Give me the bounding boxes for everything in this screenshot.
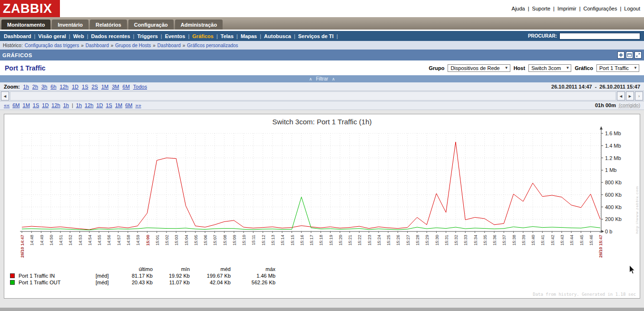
period-end[interactable]: 26.10.2011 15:47 <box>599 84 640 90</box>
zoom-option-1d[interactable]: 1D <box>72 84 78 90</box>
svg-text:15:26: 15:26 <box>396 235 400 246</box>
shift-fwd-6m[interactable]: 6M <box>125 102 132 108</box>
zoom-row: Zoom: 1h 2h 3h 6h 12h 1D 1S 2S 1M 3M 6M … <box>0 82 644 90</box>
sub-nav-item-triggers[interactable]: Triggers <box>137 33 157 39</box>
shift-back-1m[interactable]: 1M <box>23 102 30 108</box>
history-link-3[interactable]: Grupos de Hosts <box>115 43 151 48</box>
chevron-down-icon: ▼ <box>634 66 637 70</box>
svg-text:26/10 15:47: 26/10 15:47 <box>598 235 603 258</box>
history-link-2[interactable]: Dashboard <box>86 43 109 48</box>
arrow-left-icon: ◄ <box>3 94 7 99</box>
zoom-option-1h[interactable]: 1h <box>23 84 29 90</box>
search-input[interactable] <box>559 33 640 40</box>
zoom-option-2h[interactable]: 2h <box>32 84 38 90</box>
sub-nav-item-visao-geral[interactable]: Visão geral <box>38 33 66 39</box>
fixed-period-link[interactable]: (corrigido) <box>619 103 640 108</box>
graph-select[interactable]: Port 1 Traffic ▼ <box>596 64 639 72</box>
shift-fwd-1m[interactable]: 1M <box>115 102 122 108</box>
link-configuracoes[interactable]: Configurações <box>584 6 617 11</box>
sub-nav-item-autobusca[interactable]: Autobusca <box>264 33 291 39</box>
host-select[interactable]: Switch 3com ▼ <box>528 64 571 72</box>
window-icon[interactable] <box>626 51 633 59</box>
legend-out-max: 562.26 Kb <box>232 279 276 286</box>
tab-administracao[interactable]: Administração <box>175 20 223 30</box>
scrollbar-left-button[interactable]: ◄ <box>1 91 9 100</box>
svg-text:15:21: 15:21 <box>348 235 352 246</box>
tab-relatorios[interactable]: Relatórios <box>90 20 127 30</box>
history-link-5[interactable]: Gráficos personalizados <box>187 43 238 48</box>
tab-monitoramento[interactable]: Monitoramento <box>1 20 50 30</box>
sub-nav-item-telas[interactable]: Telas <box>221 33 234 39</box>
zoom-option-3h[interactable]: 3h <box>41 84 47 90</box>
zoom-option-todos[interactable]: Todos <box>133 84 147 90</box>
svg-text:15:28: 15:28 <box>415 235 420 246</box>
sub-nav-item-mapas[interactable]: Mapas <box>241 33 257 39</box>
svg-text:15:23: 15:23 <box>367 235 372 246</box>
period-start[interactable]: 26.10.2011 14:47 <box>551 84 592 90</box>
zoom-option-12h[interactable]: 12h <box>60 84 68 90</box>
shift-fwd-1s[interactable]: 1S <box>106 102 112 108</box>
shift-back-1h[interactable]: 1h <box>63 102 69 108</box>
sub-nav-item-dados-recentes[interactable]: Dados recentes <box>91 33 130 39</box>
filter-toggle-bar[interactable]: ∧ Filtrar ∧ <box>0 75 644 82</box>
sub-nav-item-graficos[interactable]: Gráficos <box>192 33 214 39</box>
shift-prev-all[interactable]: «« <box>4 102 10 108</box>
generation-note: Data from history. Generated in 1.18 sec <box>533 292 636 297</box>
zoom-option-6h[interactable]: 6h <box>50 84 56 90</box>
shift-next-all[interactable]: »» <box>136 102 141 108</box>
shift-fwd-12h[interactable]: 12h <box>85 102 93 108</box>
zabbix-logo[interactable]: ZABBIX <box>0 0 60 17</box>
sub-nav-item-dashboard[interactable]: Dashboard <box>4 33 31 39</box>
shift-fwd-1h[interactable]: 1h <box>76 102 82 108</box>
top-links: Ajuda | Suporte | Imprimir | Configuraçõ… <box>512 6 644 11</box>
separator: | <box>528 6 529 11</box>
history-label: Histórico: <box>3 43 23 48</box>
svg-text:15:35: 15:35 <box>483 235 488 246</box>
zoom-option-1s[interactable]: 1S <box>82 84 88 90</box>
shift-back-12h[interactable]: 12h <box>51 102 60 108</box>
add-favourite-icon[interactable] <box>617 51 624 59</box>
zoom-option-2s[interactable]: 2S <box>92 84 98 90</box>
search-box: PROCURAR: <box>528 33 640 40</box>
tab-inventario[interactable]: Inventário <box>52 20 88 30</box>
svg-text:15:17: 15:17 <box>309 235 314 246</box>
shift-fwd-1d[interactable]: 1D <box>96 102 103 108</box>
zoom-option-3m[interactable]: 3M <box>112 84 119 90</box>
slider-left-button[interactable]: ◄ <box>617 91 625 100</box>
zoom-options: Zoom: 1h 2h 3h 6h 12h 1D 1S 2S 1M 3M 6M … <box>4 84 147 90</box>
link-suporte[interactable]: Suporte <box>532 6 551 11</box>
shift-back-1s[interactable]: 1S <box>33 102 39 108</box>
group-select[interactable]: Dispositivos de Rede ▼ <box>448 64 510 72</box>
svg-text:15:45: 15:45 <box>579 235 584 246</box>
period-summary: 01h 00m (corrigido) <box>595 102 640 108</box>
zoom-option-1m[interactable]: 1M <box>101 84 108 90</box>
traffic-graph[interactable]: 1.6 Mb1.4 Mb1.2 Mb1 Mb800 Kb600 Kb400 Kb… <box>5 126 639 266</box>
link-ajuda[interactable]: Ajuda <box>512 6 525 11</box>
shift-back-1d[interactable]: 1D <box>42 102 49 108</box>
section-title: GRÁFICOS <box>2 52 32 58</box>
svg-text:15:00: 15:00 <box>146 235 150 246</box>
svg-text:1 Mb: 1 Mb <box>605 167 616 173</box>
svg-text:800 Kb: 800 Kb <box>605 180 622 185</box>
zoom-option-6m[interactable]: 6M <box>123 84 130 90</box>
separator: | <box>72 102 73 108</box>
time-period: 26.10.2011 14:47 - 26.10.2011 15:47 <box>551 84 640 90</box>
sub-nav-item-web[interactable]: Web <box>73 33 84 39</box>
scrollbar-track[interactable] <box>10 91 616 100</box>
svg-text:14:56: 14:56 <box>107 235 111 246</box>
tab-configuracao[interactable]: Configuração <box>128 20 174 30</box>
shift-back-6m[interactable]: 6M <box>12 102 20 108</box>
fullscreen-icon[interactable] <box>634 51 642 59</box>
sub-nav-item-eventos[interactable]: Eventos <box>165 33 185 39</box>
scrollbar-right-button[interactable]: › <box>635 91 643 100</box>
link-imprimir[interactable]: Imprimir <box>557 6 576 11</box>
svg-text:15:12: 15:12 <box>261 235 266 246</box>
slider-right-button[interactable]: ► <box>626 91 634 100</box>
sub-nav-item-servicos-de-ti[interactable]: Serviços de TI <box>298 33 334 39</box>
link-logout[interactable]: Logout <box>624 6 640 11</box>
svg-text:15:03: 15:03 <box>174 235 179 246</box>
history-link-4[interactable]: Dashboard <box>157 43 181 48</box>
svg-text:15:31: 15:31 <box>444 235 449 246</box>
history-link-1[interactable]: Configuração das triggers <box>25 43 79 48</box>
angle-right-icon: › <box>638 94 640 99</box>
